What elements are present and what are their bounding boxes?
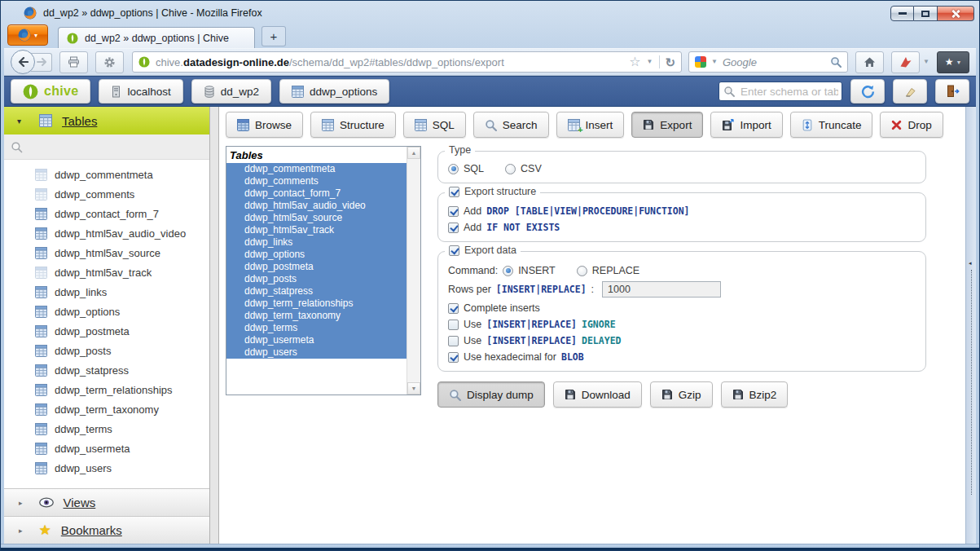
refresh-button[interactable]	[850, 79, 885, 104]
expand-arrow-icon[interactable]: ▸	[19, 499, 23, 507]
gzip-button[interactable]: Gzip	[650, 381, 713, 408]
browser-tab[interactable]: dd_wp2 » ddwp_options | Chive	[58, 27, 255, 48]
tab-sql[interactable]: SQL	[403, 112, 466, 138]
clear-button[interactable]	[893, 79, 927, 104]
table-option-selected[interactable]: ddwp_html5av_track	[226, 224, 407, 236]
table-option-selected[interactable]: ddwp_html5av_audio_video	[226, 200, 407, 212]
sidebar-table-item[interactable]: ddwp_links	[4, 282, 209, 302]
sidebar-tables-header[interactable]: ▾ Tables	[4, 107, 209, 134]
url-bar[interactable]: chive.datadesign-online.de/schema/dd_wp2…	[132, 51, 682, 73]
tab-search[interactable]: Search	[473, 112, 549, 138]
breadcrumb-server-button[interactable]: localhost	[99, 79, 182, 104]
sidebar-views-section[interactable]: ▸ Views	[4, 488, 209, 516]
table-option-selected[interactable]: ddwp_terms	[226, 322, 407, 334]
tab-export[interactable]: Export	[631, 112, 703, 138]
tab-truncate[interactable]: Truncate	[790, 112, 873, 138]
sidebar-table-item[interactable]: ddwp_html5av_source	[4, 243, 209, 262]
firefox-menu-button[interactable]: ▾	[7, 24, 48, 46]
bookmark-star-icon[interactable]: ☆	[629, 55, 640, 68]
table-option-selected[interactable]: ddwp_postmeta	[226, 261, 407, 273]
tab-drop[interactable]: Drop	[880, 112, 943, 138]
sidebar-table-item[interactable]: ddwp_posts	[4, 341, 209, 360]
select-scrollbar[interactable]: ▲ ▼	[407, 147, 420, 395]
sidebar-table-item[interactable]: ddwp_postmeta	[4, 321, 209, 341]
sidebar-search[interactable]	[4, 134, 209, 160]
breadcrumb-schema-button[interactable]: dd_wp2	[191, 79, 271, 104]
radio-replace[interactable]	[577, 266, 587, 276]
sidebar-table-item[interactable]: ddwp_statpress	[4, 360, 209, 380]
sidebar-table-item[interactable]: ddwp_contact_form_7	[4, 204, 209, 223]
sidebar-table-item[interactable]: ddwp_users	[4, 458, 209, 478]
bookmarks-menu-button[interactable]: ★ ▼	[937, 51, 969, 73]
sidebar-table-item[interactable]: ddwp_term_taxonomy	[4, 399, 209, 419]
collapse-arrow-icon[interactable]: ▾	[17, 117, 21, 126]
tab-structure[interactable]: Structure	[310, 112, 396, 138]
use-ignore-checkbox[interactable]	[448, 320, 459, 330]
sidebar-bookmarks-label[interactable]: Bookmarks	[61, 523, 122, 537]
sidebar-table-item[interactable]: ddwp_comments	[4, 184, 209, 204]
sidebar-table-item[interactable]: ddwp_usermeta	[4, 439, 209, 458]
addon-button[interactable]	[891, 51, 920, 73]
radio-insert[interactable]	[503, 266, 513, 276]
table-option-selected[interactable]: ddwp_contact_form_7	[226, 187, 407, 200]
radio-csv[interactable]	[505, 164, 516, 174]
table-option-selected[interactable]: ddwp_options	[226, 249, 407, 261]
rows-per-input[interactable]	[602, 281, 721, 298]
sidebar-table-item[interactable]: ddwp_html5av_track	[4, 262, 209, 282]
table-option-selected[interactable]: ddwp_html5av_source	[226, 212, 407, 224]
add-if-not-exists-checkbox[interactable]	[448, 223, 459, 233]
schema-search-input[interactable]	[719, 82, 842, 101]
minimize-button[interactable]	[890, 6, 914, 21]
table-option-selected[interactable]: ddwp_usermeta	[226, 334, 407, 346]
table-option-selected[interactable]: ddwp_term_relationships	[226, 298, 407, 310]
display-dump-button[interactable]: Display dump	[437, 381, 545, 408]
hexadecimal-blob-checkbox[interactable]	[448, 352, 459, 363]
search-icon[interactable]	[830, 56, 842, 68]
export-data-checkbox[interactable]	[449, 245, 459, 256]
tables-multiselect[interactable]: Tables ddwp_commentmetaddwp_commentsddwp…	[226, 146, 421, 395]
sidebar-table-item[interactable]: ddwp_commentmeta	[4, 165, 209, 184]
sidebar-table-item[interactable]: ddwp_html5av_audio_video	[4, 223, 209, 243]
add-drop-checkbox[interactable]	[448, 206, 459, 217]
breadcrumb-table-button[interactable]: ddwp_options	[279, 79, 389, 104]
sidebar-splitter[interactable]	[209, 107, 219, 544]
use-delayed-checkbox[interactable]	[448, 336, 459, 346]
sidebar-table-item[interactable]: ddwp_options	[4, 302, 209, 321]
chevron-down-icon[interactable]: ▼	[711, 59, 718, 65]
sidebar-table-item[interactable]: ddwp_terms	[4, 419, 209, 439]
sidebar-tables-label[interactable]: Tables	[62, 114, 97, 128]
scroll-up-icon[interactable]: ▲	[407, 147, 420, 159]
reload-icon[interactable]: ↻	[666, 56, 676, 68]
back-button[interactable]	[11, 50, 35, 74]
home-button[interactable]	[855, 51, 884, 73]
complete-inserts-checkbox[interactable]	[448, 303, 459, 314]
tab-import[interactable]: Import	[710, 112, 782, 138]
sidebar-table-item[interactable]: ddwp_term_relationships	[4, 380, 209, 399]
drag-handle[interactable]	[971, 270, 972, 495]
download-button[interactable]: Download	[553, 381, 642, 408]
maximize-button[interactable]	[914, 6, 938, 21]
chevron-down-icon[interactable]: ▼	[923, 59, 929, 65]
collapse-left-icon[interactable]: ◂	[969, 260, 972, 267]
new-tab-button[interactable]: +	[261, 26, 286, 46]
web-search-box[interactable]: ▼ Google	[688, 51, 848, 73]
right-panel-splitter[interactable]: ◂	[965, 107, 976, 544]
chevron-down-icon[interactable]: ▼	[647, 59, 653, 65]
radio-sql[interactable]	[448, 164, 459, 174]
breadcrumb-home-button[interactable]: chive	[11, 79, 90, 104]
print-button[interactable]	[59, 51, 88, 73]
logout-button[interactable]	[935, 79, 969, 104]
sidebar-views-label[interactable]: Views	[64, 496, 96, 509]
table-option-selected[interactable]: ddwp_posts	[226, 273, 407, 285]
bzip2-button[interactable]: Bzip2	[721, 381, 789, 408]
tab-insert[interactable]: + Insert	[556, 112, 625, 138]
scroll-down-icon[interactable]: ▼	[407, 382, 420, 395]
close-button[interactable]	[938, 6, 974, 21]
tab-browse[interactable]: Browse	[226, 112, 303, 138]
table-option-selected[interactable]: ddwp_statpress	[226, 285, 407, 298]
table-option-selected[interactable]: ddwp_commentmeta	[226, 163, 407, 175]
settings-button[interactable]	[95, 51, 124, 73]
table-option-selected[interactable]: ddwp_links	[226, 236, 407, 249]
table-option-selected[interactable]: ddwp_comments	[226, 175, 407, 187]
sidebar-bookmarks-section[interactable]: ▸ ★ Bookmarks	[4, 516, 209, 544]
